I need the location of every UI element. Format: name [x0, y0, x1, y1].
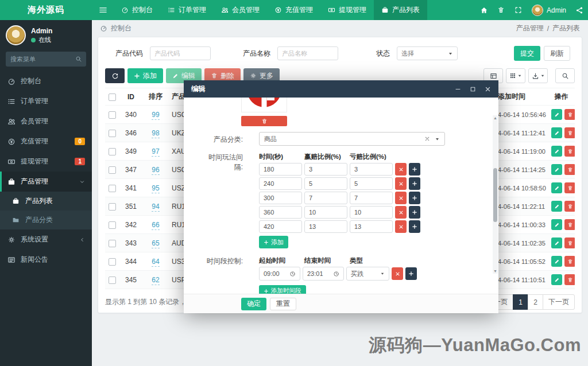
scrollbar-thumb[interactable] [493, 168, 497, 222]
interval-win-input[interactable] [304, 220, 347, 233]
interval-win-input[interactable] [304, 206, 347, 219]
user-menu[interactable]: Admin [527, 5, 571, 16]
row-delete-button[interactable] [564, 201, 575, 212]
row-checkbox[interactable] [109, 277, 116, 284]
row-edit-button[interactable] [551, 146, 562, 157]
sort-link[interactable]: 96 [152, 166, 159, 175]
sidebar-item-系统设置[interactable]: 系统设置 [0, 229, 92, 250]
row-edit-button[interactable] [551, 182, 562, 193]
category-select[interactable]: 商品 [259, 132, 445, 146]
add-row-button[interactable] [409, 206, 420, 219]
sidebar-item-会员管理[interactable]: 会员管理 [0, 111, 92, 131]
status-select[interactable]: 选择 [397, 46, 458, 60]
remove-row-button[interactable] [395, 206, 407, 219]
sidebar-item-充值管理[interactable]: 充值管理0 [0, 131, 92, 151]
nav-item-控制台[interactable]: 控制台 [114, 0, 160, 20]
nav-item-会员管理[interactable]: 会员管理 [214, 0, 267, 20]
interval-seconds-input[interactable] [259, 163, 302, 176]
row-checkbox[interactable] [109, 166, 116, 174]
row-delete-button[interactable] [564, 219, 575, 230]
row-edit-button[interactable] [551, 256, 562, 267]
scroll-up-icon[interactable]: ▲ [493, 115, 497, 120]
sidebar-item-产品管理[interactable]: 产品管理 [0, 172, 92, 192]
interval-seconds-input[interactable] [259, 192, 302, 204]
interval-loss-input[interactable] [350, 220, 393, 233]
columns-button[interactable] [506, 68, 525, 83]
interval-loss-input[interactable] [350, 177, 393, 190]
code-filter-input[interactable] [150, 46, 211, 60]
row-checkbox[interactable] [109, 258, 116, 266]
delete-image-button[interactable] [241, 116, 287, 126]
row-delete-button[interactable] [564, 109, 575, 120]
row-checkbox[interactable] [109, 185, 116, 192]
reload-button[interactable] [105, 68, 125, 83]
sidebar-item-提现管理[interactable]: 提现管理1 [0, 151, 92, 172]
row-edit-button[interactable] [551, 237, 562, 248]
interval-loss-input[interactable] [350, 192, 393, 204]
add-row-button[interactable] [409, 220, 420, 233]
select-all-checkbox[interactable] [109, 94, 116, 101]
row-edit-button[interactable] [551, 274, 562, 285]
start-time-input[interactable]: 09:00 [259, 267, 300, 281]
sidebar-item-订单管理[interactable]: 订单管理 [0, 91, 92, 111]
interval-win-input[interactable] [304, 177, 347, 190]
remove-row-button[interactable] [395, 220, 407, 233]
modal-scrollbar[interactable]: ▲ ▼ [493, 115, 498, 274]
interval-loss-input[interactable] [350, 163, 393, 176]
sort-link[interactable]: 98 [152, 129, 159, 138]
clear-cache-button[interactable] [493, 0, 510, 20]
breadcrumb-location[interactable]: 控制台 [100, 24, 131, 33]
row-checkbox[interactable] [109, 130, 116, 137]
row-edit-button[interactable] [551, 109, 562, 120]
modal-header[interactable]: 编辑 [184, 80, 498, 98]
interval-win-input[interactable] [304, 192, 347, 204]
sort-link[interactable]: 62 [152, 276, 159, 285]
refresh-button[interactable]: 刷新 [544, 46, 570, 61]
remove-row-button[interactable] [395, 177, 407, 190]
sidebar-search-input[interactable] [6, 52, 71, 67]
sort-link[interactable]: 99 [152, 111, 159, 120]
remove-row-button[interactable] [395, 192, 407, 204]
row-delete-button[interactable] [564, 256, 575, 267]
type-select[interactable]: 买跌 [346, 267, 389, 281]
maximize-icon[interactable] [470, 86, 476, 92]
scroll-down-icon[interactable]: ▼ [493, 268, 497, 274]
nav-item-充值管理[interactable]: 充值管理 [267, 0, 320, 20]
menu-toggle-button[interactable] [92, 0, 114, 20]
sidebar-item-新闻公告[interactable]: 新闻公告 [0, 250, 92, 270]
row-checkbox[interactable] [109, 111, 116, 119]
nav-item-提现管理[interactable]: 提现管理 [320, 0, 374, 20]
sidebar-item-控制台[interactable]: 控制台 [0, 71, 92, 91]
row-delete-button[interactable] [564, 164, 575, 175]
sidebar-subitem-产品列表[interactable]: 产品列表 [0, 192, 92, 211]
sidebar-search-button[interactable] [71, 52, 86, 67]
remove-row-button[interactable] [392, 267, 403, 280]
nav-item-产品列表[interactable]: 产品列表 [374, 0, 427, 20]
interval-seconds-input[interactable] [259, 220, 302, 233]
add-row-button[interactable] [409, 163, 420, 176]
row-edit-button[interactable] [551, 201, 562, 212]
home-button[interactable] [475, 0, 493, 20]
page-button-1[interactable]: 1 [513, 294, 528, 310]
confirm-button[interactable]: 确定 [241, 298, 266, 310]
sort-link[interactable]: 97 [152, 147, 159, 157]
row-delete-button[interactable] [564, 182, 575, 193]
sort-link[interactable]: 66 [152, 221, 159, 230]
end-time-input[interactable]: 23:01 [303, 267, 344, 281]
add-timerange-button[interactable]: 添加时间段 [259, 285, 306, 294]
minimize-icon[interactable] [455, 86, 461, 92]
sidebar-subitem-产品分类[interactable]: 产品分类 [0, 211, 92, 229]
row-delete-button[interactable] [564, 237, 575, 248]
name-filter-input[interactable] [277, 46, 338, 60]
row-edit-button[interactable] [551, 127, 562, 138]
remove-row-button[interactable] [395, 163, 407, 176]
row-edit-button[interactable] [551, 219, 562, 230]
submit-button[interactable]: 提交 [514, 46, 540, 61]
sort-link[interactable]: 65 [152, 239, 159, 248]
row-checkbox[interactable] [109, 148, 116, 155]
breadcrumb-parent[interactable]: 产品管理 [516, 24, 544, 33]
row-checkbox[interactable] [109, 240, 116, 247]
row-checkbox[interactable] [109, 221, 116, 229]
row-checkbox[interactable] [109, 203, 116, 211]
page-button-2[interactable]: 2 [528, 294, 543, 310]
